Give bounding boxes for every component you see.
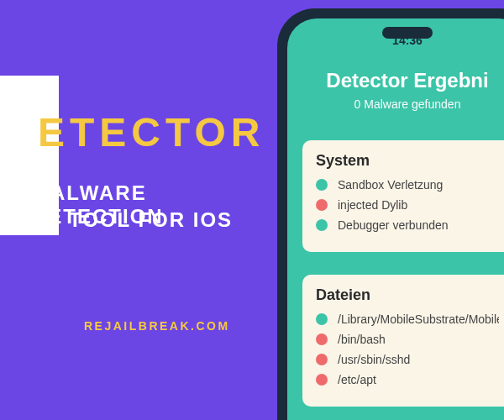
status-dot-icon [316,199,328,211]
status-time: 14:36 [392,34,423,47]
list-item: /bin/bash [316,333,499,346]
list-item: Debugger verbunden [316,218,499,232]
list-item: Sandbox Verletzung [316,178,499,192]
files-card-title: Dateien [316,286,499,304]
list-item: injected Dylib [316,198,499,212]
phone-mockup: 14:36 Detector Ergebni 0 Malware gefunde… [277,8,504,420]
system-card: System Sandbox Verletzung injected Dylib… [302,140,504,252]
status-dot-icon [316,354,328,365]
list-item: /etc/apt [316,373,499,386]
system-card-title: System [316,152,499,170]
item-label: /bin/bash [338,333,386,346]
app-title: Detector Ergebni [302,69,504,92]
site-link[interactable]: REJAILBREAK.COM [84,319,230,333]
files-card: Dateien /Library/MobileSubstrate/MobileS… [302,275,504,407]
phone-screen: 14:36 Detector Ergebni 0 Malware gefunde… [287,18,504,420]
status-dot-icon [316,179,328,191]
status-dot-icon [316,333,328,345]
item-label: Sandbox Verletzung [338,178,443,192]
status-dot-icon [316,219,328,231]
item-label: Debugger verbunden [338,218,449,232]
app-header: Detector Ergebni 0 Malware gefunden [287,69,504,111]
status-dot-icon [316,313,328,325]
list-item: /Library/MobileSubstrate/MobileSubs [316,312,499,326]
status-dot-icon [316,374,328,386]
app-subtitle: 0 Malware gefunden [302,97,504,111]
promo-panel: ETECTOR MALWARE DETECTION TOOL FOR IOS R… [0,0,277,420]
item-label: /etc/apt [338,373,376,386]
item-label: /usr/sbin/sshd [338,353,410,366]
promo-title: ETECTOR [38,109,265,155]
promo-subtitle-line2: TOOL FOR IOS [69,208,233,232]
item-label: /Library/MobileSubstrate/MobileSubs [338,312,499,326]
list-item: /usr/sbin/sshd [316,353,499,366]
item-label: injected Dylib [338,198,407,212]
